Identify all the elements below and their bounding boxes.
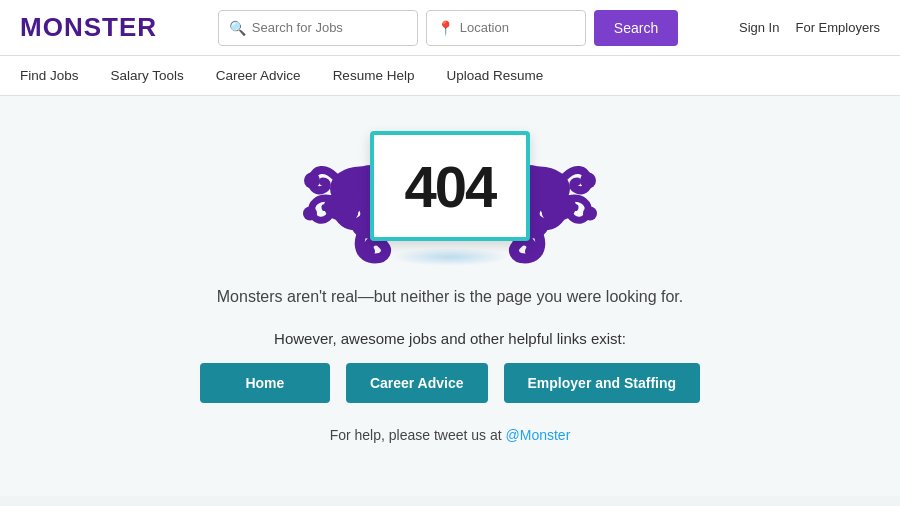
helpful-text: However, awesome jobs and other helpful … [274,330,626,347]
job-search-wrap: 🔍 [218,10,418,46]
nav-upload-resume[interactable]: Upload Resume [446,68,543,83]
search-bar: 🔍 📍 Search [218,10,678,46]
nav-career-advice[interactable]: Career Advice [216,68,301,83]
header: MONSTER 🔍 📍 Search Sign In For Employers [0,0,900,56]
employer-staffing-button[interactable]: Employer and Staffing [504,363,701,403]
tweet-prefix: For help, please tweet us at [330,427,506,443]
error-box: 404 [370,131,530,241]
search-input[interactable] [252,20,407,35]
main-content: 404 Monsters aren't real—but neither is … [0,96,900,496]
location-input[interactable] [460,20,575,35]
nav-resume-help[interactable]: Resume Help [333,68,415,83]
location-pin-icon: 📍 [437,20,454,36]
monster-logo[interactable]: MONSTER [20,12,157,43]
svg-point-9 [583,207,597,221]
monster-illustration: 404 [260,116,640,276]
action-buttons: Home Career Advice Employer and Staffing [200,363,700,403]
home-button[interactable]: Home [200,363,330,403]
for-employers-link[interactable]: For Employers [795,20,880,35]
svg-point-3 [304,173,320,189]
signin-link[interactable]: Sign In [739,20,779,35]
svg-point-4 [303,207,317,221]
error-code: 404 [405,153,496,220]
nav-find-jobs[interactable]: Find Jobs [20,68,79,83]
twitter-link[interactable]: @Monster [506,427,571,443]
search-icon: 🔍 [229,20,246,36]
error-message: Monsters aren't real—but neither is the … [217,288,683,306]
search-button[interactable]: Search [594,10,678,46]
career-advice-button[interactable]: Career Advice [346,363,488,403]
nav-bar: Find Jobs Salary Tools Career Advice Res… [0,56,900,96]
location-wrap: 📍 [426,10,586,46]
box-shadow [390,248,510,266]
nav-salary-tools[interactable]: Salary Tools [111,68,184,83]
tweet-help-text: For help, please tweet us at @Monster [330,427,571,443]
svg-point-8 [580,173,596,189]
header-links: Sign In For Employers [739,20,880,35]
